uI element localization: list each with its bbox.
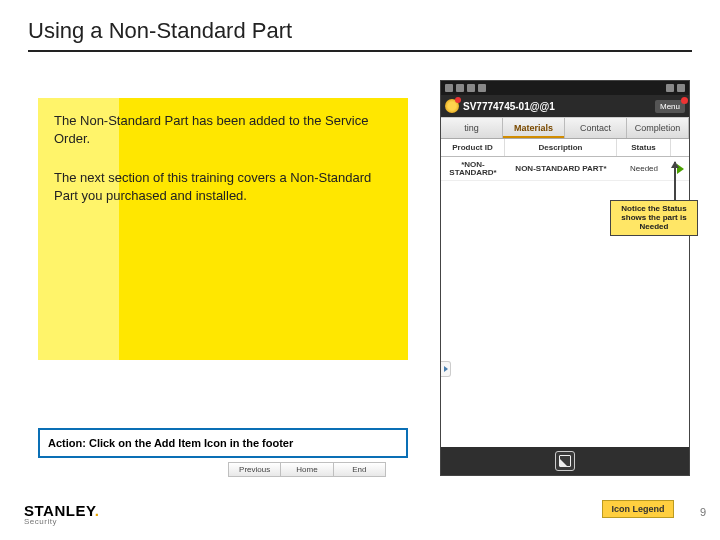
icon-legend-button[interactable]: Icon Legend bbox=[602, 500, 674, 518]
status-icon bbox=[456, 84, 464, 92]
signal-icon bbox=[666, 84, 674, 92]
explanation-line-1: The Non-Standard Part has been added to … bbox=[54, 112, 384, 147]
page-number: 9 bbox=[700, 506, 706, 518]
table-row[interactable]: *NON-STANDARD* NON-STANDARD PART* Needed bbox=[441, 157, 689, 181]
service-order-id: SV7774745-01@@1 bbox=[463, 101, 555, 112]
status-icon bbox=[467, 84, 475, 92]
status-callout: Notice the Status shows the part is Need… bbox=[610, 200, 698, 236]
device-screenshot: SV7774745-01@@1 Menu ting Materials Cont… bbox=[440, 80, 690, 476]
status-icon bbox=[478, 84, 486, 92]
brand-logo: STANLEY. Security bbox=[24, 502, 99, 526]
action-instruction: Action: Click on the Add Item Icon in th… bbox=[38, 428, 408, 458]
callout-arrow-icon bbox=[674, 162, 676, 200]
phone-tabs: ting Materials Contact Completion bbox=[441, 117, 689, 139]
notification-bell-icon[interactable] bbox=[445, 99, 459, 113]
table-header: Product ID Description Status bbox=[441, 139, 689, 157]
previous-button[interactable]: Previous bbox=[228, 462, 281, 477]
col-product-id: Product ID bbox=[441, 139, 505, 156]
drawer-handle-icon[interactable] bbox=[441, 361, 451, 377]
cell-status: Needed bbox=[617, 157, 671, 180]
cell-product-id: *NON-STANDARD* bbox=[441, 157, 505, 180]
tab-troubleshooting[interactable]: ting bbox=[441, 118, 503, 138]
add-item-icon[interactable] bbox=[555, 451, 575, 471]
tab-contact[interactable]: Contact bbox=[565, 118, 627, 138]
menu-button[interactable]: Menu bbox=[655, 100, 685, 113]
page-title: Using a Non-Standard Part bbox=[28, 18, 292, 44]
title-underline bbox=[28, 50, 692, 52]
battery-icon bbox=[677, 84, 685, 92]
tab-completion[interactable]: Completion bbox=[627, 118, 689, 138]
phone-status-bar bbox=[441, 81, 689, 95]
col-action bbox=[671, 139, 689, 156]
alert-dot-icon bbox=[455, 97, 461, 103]
alert-dot-icon bbox=[681, 97, 688, 104]
col-status: Status bbox=[617, 139, 671, 156]
end-button[interactable]: End bbox=[334, 462, 386, 477]
explanation-line-2: The next section of this training covers… bbox=[54, 169, 384, 204]
phone-title-bar: SV7774745-01@@1 Menu bbox=[441, 95, 689, 117]
nav-buttons: Previous Home End bbox=[228, 462, 386, 477]
tab-materials[interactable]: Materials bbox=[503, 118, 565, 138]
status-icon bbox=[445, 84, 453, 92]
home-button[interactable]: Home bbox=[281, 462, 333, 477]
col-description: Description bbox=[505, 139, 617, 156]
explanation-panel: The Non-Standard Part has been added to … bbox=[38, 98, 408, 360]
brand-dot-icon: . bbox=[95, 502, 100, 519]
phone-footer bbox=[441, 447, 689, 475]
cell-description: NON-STANDARD PART* bbox=[505, 157, 617, 180]
